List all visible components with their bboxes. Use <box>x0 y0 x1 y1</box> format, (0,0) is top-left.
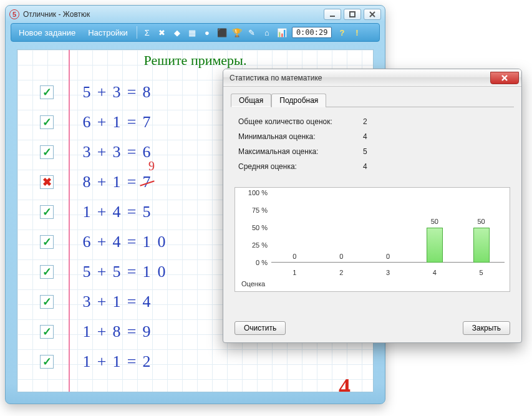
chart-x-category: 5 <box>469 269 494 276</box>
chart-icon[interactable]: 📊 <box>277 27 287 37</box>
expression: 6+1=7 <box>80 113 155 132</box>
stat-min-label: Минимальная оценка: <box>238 132 363 141</box>
home-icon[interactable]: ⌂ <box>262 27 272 37</box>
chart-bar-value: 0 <box>375 253 400 260</box>
checkmark-icon: ✓ <box>40 265 54 279</box>
chart-bar <box>473 228 490 263</box>
stat-row-total: Общее количество оценок:2 <box>238 117 506 126</box>
menu-settings[interactable]: Настройки <box>84 27 132 39</box>
stat-avg-value: 4 <box>363 162 367 171</box>
maximize-button[interactable] <box>344 9 361 20</box>
calculator-icon[interactable]: ▦ <box>187 27 197 37</box>
expression: 3+1=4 <box>80 293 155 311</box>
toolbar-separator <box>137 26 137 39</box>
close-button-dialog[interactable]: Закрыть <box>463 321 510 335</box>
titlebar: 5 Отличник - Жовтюк <box>6 6 385 23</box>
chart-bar-value: 0 <box>282 253 307 260</box>
medal-icon[interactable]: ● <box>202 27 212 37</box>
dialog-close-button[interactable] <box>490 72 519 84</box>
chart-bar <box>427 228 443 263</box>
tab-strip: Общая Подробная <box>223 87 521 107</box>
minimize-button[interactable] <box>324 9 341 20</box>
chart-bar-value: 50 <box>422 218 447 225</box>
correction-value: 9 <box>148 159 156 173</box>
stat-row-avg: Средняя оценка:4 <box>238 162 506 171</box>
checkmark-icon: ✓ <box>40 85 54 99</box>
expression: 6+4=10 <box>80 233 170 251</box>
chart-x-axis-title: Оценка <box>241 280 265 288</box>
pencil-icon[interactable]: ✎ <box>247 27 257 37</box>
chart-x-category: 1 <box>282 269 307 276</box>
expression: 5+3=8 <box>80 83 155 102</box>
chart-y-tick: 50 % <box>240 224 268 231</box>
checkmark-icon: ✓ <box>40 235 54 249</box>
stat-max-label: Максимальная оценка: <box>238 147 363 156</box>
chart-y-tick: 100 % <box>240 189 268 196</box>
grade-badge: 4 <box>339 373 351 392</box>
cross-icon[interactable]: ✖ <box>157 27 167 37</box>
chart-y-tick: 0 % <box>240 259 268 266</box>
clear-button[interactable]: Очистить <box>235 321 286 335</box>
chart-y-tick: 25 % <box>240 241 268 249</box>
expression: 3+3=6 <box>80 143 155 162</box>
chart-x-category: 3 <box>375 269 400 276</box>
stat-row-max: Максимальная оценка:5 <box>238 147 506 156</box>
expression: 1+1=2 <box>80 352 155 371</box>
checkmark-icon: ✓ <box>40 355 54 369</box>
svg-rect-1 <box>350 12 355 17</box>
timer-display: 0:00:29 <box>292 27 332 38</box>
app-logo-icon: 5 <box>9 9 19 19</box>
trophy-icon[interactable]: 🏆 <box>232 27 242 37</box>
expression: 8+1=79 <box>80 173 155 191</box>
chart-y-tick: 75 % <box>240 206 268 214</box>
stat-total-label: Общее количество оценок: <box>238 117 363 126</box>
eraser-icon[interactable]: ◆ <box>172 27 182 37</box>
expression: 1+8=9 <box>80 322 155 341</box>
checkmark-icon: ✓ <box>40 115 54 129</box>
stat-avg-label: Средняя оценка: <box>238 162 363 171</box>
dialog-title: Статистика по математике <box>230 74 322 82</box>
stat-row-min: Минимальная оценка:4 <box>238 132 506 141</box>
stats-dialog: Статистика по математике Общая Подробная… <box>223 69 522 343</box>
checkmark-icon: ✓ <box>40 205 54 219</box>
expression: 5+5=10 <box>80 263 170 281</box>
stat-min-value: 4 <box>363 132 367 141</box>
chart-x-category: 2 <box>329 269 354 276</box>
chart-bar-value: 0 <box>329 253 354 260</box>
chart-bar-value: 50 <box>469 218 494 225</box>
menu-new-task[interactable]: Новое задание <box>15 27 79 39</box>
toolbar: Новое задание Настройки Σ ✖ ◆ ▦ ● ⬛ 🏆 ✎ … <box>11 23 380 42</box>
crossmark-icon: ✖ <box>40 175 54 189</box>
info-icon[interactable]: ! <box>352 27 362 37</box>
tab-general[interactable]: Общая <box>231 94 271 107</box>
worksheet-title: Решите примеры. <box>17 52 373 69</box>
save-icon[interactable]: ⬛ <box>217 27 227 37</box>
tab-detailed[interactable]: Подробная <box>271 94 326 107</box>
problem-row: ✓1+1=2 <box>17 347 373 377</box>
help-icon[interactable]: ? <box>337 27 347 37</box>
chart-x-category: 4 <box>422 269 447 276</box>
stat-max-value: 5 <box>363 147 367 156</box>
close-button[interactable] <box>364 9 381 20</box>
checkmark-icon: ✓ <box>40 325 54 339</box>
dialog-titlebar: Статистика по математике <box>223 69 521 87</box>
stats-panel: Общее количество оценок:2 Минимальная оц… <box>223 107 521 182</box>
stat-total-value: 2 <box>363 117 367 126</box>
grade-distribution-chart: 0005050 Оценка 100 %75 %50 %25 %0 %12345 <box>235 187 510 292</box>
checkmark-icon: ✓ <box>40 295 54 309</box>
window-title: Отличник - Жовтюк <box>23 10 90 19</box>
expression: 1+4=5 <box>80 203 155 221</box>
sigma-icon[interactable]: Σ <box>142 27 152 37</box>
checkmark-icon: ✓ <box>40 145 54 159</box>
